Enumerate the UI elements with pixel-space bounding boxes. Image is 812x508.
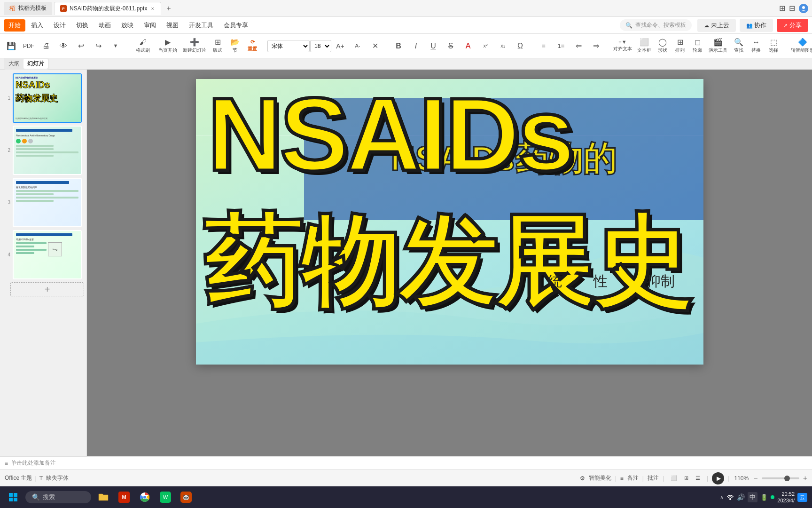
zoom-minus-button[interactable]: − [753,474,757,483]
indent-inc-button[interactable]: ⇒ [587,41,604,51]
taskbar-app5[interactable]: 🐼 [178,489,195,506]
print-button[interactable]: 🖨 [38,41,55,51]
zoom-plus-button[interactable]: + [803,474,807,483]
view-outline-button[interactable]: ☰ [693,474,703,482]
section-button[interactable]: 📂 节 [226,37,243,55]
preview-button[interactable]: 👁 [55,41,72,51]
collab-button[interactable]: 👥 协作 [740,19,773,32]
play-button[interactable]: ▶ [712,472,724,484]
format-dropdown[interactable]: ▼ [107,42,124,50]
font-size-dec-button[interactable]: A- [349,42,366,50]
taskbar-chrome[interactable] [136,489,153,506]
taskbar-wps[interactable]: M [116,489,133,506]
zoom-percent-label[interactable]: 110% [733,475,750,482]
menu-view[interactable]: 视图 [162,19,183,32]
taskbar-wechat[interactable]: W [157,489,174,506]
comment-label[interactable]: 批注 [648,474,659,482]
slide-thumbnail-2[interactable]: Nonsteroidal Anti-inflammatory Drugs [13,126,82,175]
align-text-button[interactable]: ≡▼ 对齐文本 [611,38,634,54]
font-color-button[interactable]: A [460,41,476,51]
strikethrough-button[interactable]: S [442,41,459,51]
office-theme-label[interactable]: Office 主题 [5,474,32,482]
format-brush-button[interactable]: 🖌 格式刷 [131,37,155,55]
italic-button[interactable]: I [407,41,424,51]
layout-icon[interactable]: ⊞ [779,4,785,13]
slides-tab[interactable]: 幻灯片 [23,59,48,69]
replace-button[interactable]: ↔ 替换 [748,37,765,55]
view-mode-buttons: ⬜ ⊞ ☰ [668,474,703,482]
redo-button[interactable]: ↪ [90,41,107,51]
cloud-button[interactable]: ☁ 未上云 [697,19,736,32]
notes-label[interactable]: 备注 [627,474,639,482]
tray-battery-icon[interactable]: 🔋 [760,494,768,501]
windows-start-button[interactable] [5,489,22,506]
tray-volume-icon[interactable]: 🔊 [737,493,745,501]
undo-button[interactable]: ↩ [72,41,89,51]
menu-search-bar[interactable]: 🔍 查找命令、搜索模板 [620,19,692,31]
subscript-button[interactable]: x₂ [494,42,511,50]
special-char-button[interactable]: Ω [512,41,529,51]
menu-design[interactable]: 设计 [49,19,70,32]
zoom-slider[interactable] [762,477,799,479]
zoom-thumb[interactable] [784,476,790,481]
thumb4-col2: img [48,242,78,256]
find-button[interactable]: 🔍 查找 [730,37,747,55]
menu-slideshow[interactable]: 放映 [117,19,138,32]
smart-beautify-label[interactable]: 智能美化 [589,474,611,482]
share-button[interactable]: ↗ 分享 [777,19,808,32]
shape-button[interactable]: ◯ 形状 [654,37,671,55]
menu-devtools[interactable]: 开发工具 [184,19,218,32]
menu-review[interactable]: 审阅 [139,19,161,32]
save-button[interactable]: 💾 [3,41,20,51]
numbered-list-button[interactable]: 1≡ [553,41,570,50]
new-tab-button[interactable]: + [163,3,174,14]
slide-canvas[interactable]: NSAIDs药物的 NSAIDs 药物发展史 统 性 抑制 [196,79,703,365]
重置-button[interactable]: ⟳ 重置 [244,38,261,54]
superscript-button[interactable]: x² [477,42,494,50]
outline-tab[interactable]: 大纲 [5,59,23,69]
arrange-button[interactable]: ⊞ 排列 [671,37,688,55]
notes-placeholder[interactable]: 单击此处添加备注 [11,459,56,467]
tab-pptx[interactable]: P NSAID药物的发展史-0611.pptx × [54,2,161,15]
slide-thumbnail-3[interactable]: 各发展阶段药物列举 [13,178,82,227]
text-frame-button[interactable]: ⬜ 文本框 [635,37,654,55]
bold-button[interactable]: B [390,41,407,51]
layout-button[interactable]: ⊞ 版式 [209,37,226,55]
tray-ime-icon[interactable]: 中 [748,492,757,502]
view-normal-button[interactable]: ⬜ [668,474,680,482]
current-page-button[interactable]: ▶ 当页开始 [156,37,180,55]
select-button[interactable]: ⬚ 选择 [765,37,782,55]
slide-thumbnail-1[interactable]: NSAIDs药物的发展史 NSAIDs 药物发展史 以炎症NSAIDs抗炎药NS… [13,73,82,123]
taskbar-search[interactable]: 🔍 搜索 [25,491,91,503]
tray-network-icon[interactable] [726,493,734,502]
tab-close-icon[interactable]: × [150,5,155,12]
outline-button[interactable]: ◻ 轮廓 [689,37,706,55]
missing-font-label[interactable]: 缺失字体 [46,474,69,482]
add-slide-button[interactable]: + [10,282,84,296]
menu-insert[interactable]: 插入 [26,19,48,32]
tab-template[interactable]: 稻 找稻壳模板 [4,2,52,15]
clear-format-button[interactable]: ✕ [367,41,383,51]
bullets-button[interactable]: ≡ [535,41,552,50]
grid-icon[interactable]: ⊟ [789,4,795,13]
slide-thumbnail-4[interactable]: 常用NSAIDs危害 img [13,230,82,279]
underline-button[interactable]: U [425,41,442,51]
menu-start[interactable]: 开始 [4,19,25,32]
menu-animation[interactable]: 动画 [94,19,116,32]
font-family-selector[interactable]: 宋体 微软雅黑 [267,40,310,52]
pdf-button[interactable]: PDF [20,42,37,50]
indent-dec-button[interactable]: ⇐ [570,41,587,51]
menu-transition[interactable]: 切换 [71,19,93,32]
view-grid-button[interactable]: ⊞ [681,474,691,482]
menu-vip[interactable]: 会员专享 [219,19,253,32]
tray-cloud-button[interactable]: 云 [797,493,807,502]
taskbar-explorer[interactable] [95,489,112,506]
system-clock[interactable]: 20:52 2023/4/ [777,491,795,504]
font-size-selector[interactable]: 18 24 36 [310,40,331,52]
tray-expand-button[interactable]: ∧ [720,494,724,500]
new-slide-button[interactable]: ➕ 新建幻灯片 [180,37,209,55]
smart-shape-button[interactable]: 🔷 转智能图形 [789,37,812,55]
present-tools-button[interactable]: 🎬 演示工具 [706,37,730,55]
font-size-inc-button[interactable]: A+ [332,41,349,51]
profile-avatar[interactable] [799,4,808,13]
